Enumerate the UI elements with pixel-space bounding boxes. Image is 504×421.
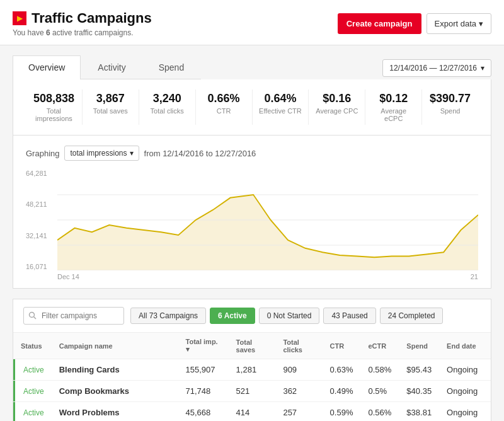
chart-inner — [57, 170, 478, 270]
filter-buttons: All 73 Campaigns6 Active0 Not Started43 … — [130, 308, 443, 324]
table-column-header: Campaign name — [52, 333, 178, 359]
clicks-cell: 257 — [275, 402, 322, 422]
graphing-metric-select[interactable]: total impressions ▾ — [64, 146, 139, 161]
stat-label: Total impressions — [31, 107, 77, 122]
search-icon — [28, 311, 37, 320]
table-row[interactable]: ActiveWord Problems45,6684142570.59%0.56… — [13, 402, 491, 422]
clicks-cell: 362 — [275, 381, 322, 402]
stat-value: $390.77 — [427, 92, 473, 105]
page-header: Traffic Campaigns You have 6 active traf… — [0, 0, 504, 45]
stat-item: 3,867Total saves — [83, 89, 139, 125]
tabs-date-row: Overview Activity Spend 12/14/2016 — 12/… — [13, 55, 491, 79]
spend-cell: $38.81 — [399, 402, 439, 422]
y-axis-labels: 64,28148,21132,14116,071 — [26, 170, 51, 270]
chart-svg — [57, 170, 478, 270]
graphing-date-range: from 12/14/2016 to 12/27/2016 — [144, 149, 256, 158]
chart-controls: Graphing total impressions ▾ from 12/14/… — [26, 146, 478, 161]
filter-campaigns-input[interactable] — [23, 307, 124, 325]
y-axis-label: 48,211 — [26, 200, 47, 208]
status-badge: Active — [23, 387, 44, 396]
clicks-cell: 909 — [275, 359, 322, 381]
saves-cell: 1,281 — [229, 359, 276, 381]
saves-cell: 414 — [229, 402, 276, 422]
date-range-picker[interactable]: 12/14/2016 — 12/27/2016 ▾ — [382, 59, 491, 77]
stat-label: Average eCPC — [370, 107, 416, 122]
filter-button[interactable]: 0 Not Started — [259, 308, 320, 324]
ectr-cell: 0.5% — [360, 381, 399, 402]
stat-item: $0.16Average CPC — [309, 89, 365, 125]
stat-value: 508,838 — [31, 92, 77, 105]
stat-item: 0.66%CTR — [196, 89, 253, 125]
ctr-cell: 0.59% — [323, 402, 361, 422]
stats-panel: 508,838Total impressions3,867Total saves… — [13, 79, 491, 136]
status-badge: Active — [23, 366, 44, 374]
tab-activity[interactable]: Activity — [82, 55, 141, 79]
create-campaign-button[interactable]: Create campaign — [338, 13, 421, 34]
y-axis-label: 16,071 — [26, 263, 47, 270]
x-axis-label: 21 — [471, 273, 478, 280]
graphing-label: Graphing — [26, 149, 59, 158]
table-column-header: Total saves — [229, 333, 276, 359]
tab-overview[interactable]: Overview — [13, 55, 81, 79]
stat-value: $0.16 — [314, 92, 360, 105]
stat-value: 3,867 — [88, 92, 134, 105]
filter-button[interactable]: 24 Completed — [380, 308, 444, 324]
table-column-header: End date — [439, 333, 491, 359]
ectr-cell: 0.58% — [360, 359, 399, 381]
pinterest-logo-icon — [13, 11, 26, 25]
stat-label: Effective CTR — [258, 107, 304, 115]
spend-cell: $40.35 — [399, 381, 439, 402]
table-column-header: Total clicks — [275, 333, 322, 359]
export-data-button[interactable]: Export data ▾ — [427, 13, 492, 34]
campaign-name: Comp Bookmarks — [59, 386, 129, 396]
table-column-header: Total imp. ▾ — [178, 333, 229, 359]
filter-button[interactable]: 6 Active — [210, 308, 255, 324]
date-range-text: 12/14/2016 — 12/27/2016 — [389, 64, 477, 72]
table-header: StatusCampaign nameTotal imp. ▾Total sav… — [13, 333, 491, 359]
stat-label: Average CPC — [314, 107, 360, 115]
header-title-row: Traffic Campaigns — [13, 10, 152, 26]
filter-button[interactable]: All 73 Campaigns — [130, 308, 206, 324]
status-cell: Active — [13, 381, 52, 402]
chevron-down-icon: ▾ — [130, 149, 134, 158]
status-cell: Active — [13, 402, 52, 422]
filter-button[interactable]: 43 Paused — [323, 308, 375, 324]
stat-item: 3,240Total clicks — [139, 89, 196, 125]
campaigns-table: StatusCampaign nameTotal imp. ▾Total sav… — [13, 333, 491, 421]
header-left: Traffic Campaigns You have 6 active traf… — [13, 10, 152, 37]
spend-cell: $95.43 — [399, 359, 439, 381]
stat-item: 508,838Total impressions — [26, 89, 83, 125]
stat-label: Spend — [427, 107, 473, 115]
stat-item: 0.64%Effective CTR — [253, 89, 309, 125]
chart-area — [57, 195, 478, 270]
end-date-cell: Ongoing — [439, 381, 491, 402]
chart-section: Graphing total impressions ▾ from 12/14/… — [13, 136, 491, 289]
page-title: Traffic Campaigns — [32, 10, 152, 26]
stat-value: 3,240 — [144, 92, 190, 105]
saves-cell: 521 — [229, 381, 276, 402]
table-row[interactable]: ActiveBlending Cards155,9071,2819090.63%… — [13, 359, 491, 381]
tab-spend[interactable]: Spend — [143, 55, 200, 79]
campaigns-section: All 73 Campaigns6 Active0 Not Started43 … — [13, 299, 491, 421]
impressions-cell: 71,748 — [178, 381, 229, 402]
x-axis-labels: Dec 1421 — [57, 273, 478, 280]
table-row[interactable]: ActiveComp Bookmarks71,7485213620.49%0.5… — [13, 381, 491, 402]
impressions-cell: 155,907 — [178, 359, 229, 381]
campaign-name: Blending Cards — [59, 365, 120, 374]
stat-value: 0.66% — [201, 92, 247, 105]
table-column-header: CTR — [323, 333, 361, 359]
ctr-cell: 0.49% — [323, 381, 361, 402]
stat-item: $390.77Spend — [422, 89, 478, 125]
chevron-down-icon: ▾ — [479, 19, 483, 28]
stat-label: CTR — [201, 107, 247, 115]
campaign-name-cell: Word Problems — [52, 402, 178, 422]
stat-value: 0.64% — [258, 92, 304, 105]
end-date-cell: Ongoing — [439, 359, 491, 381]
status-badge: Active — [23, 408, 44, 417]
campaigns-header: All 73 Campaigns6 Active0 Not Started43 … — [13, 299, 491, 333]
table-column-header: Spend — [399, 333, 439, 359]
stat-value: $0.12 — [370, 92, 416, 105]
header-actions: Create campaign Export data ▾ — [338, 13, 491, 34]
y-axis-label: 64,281 — [26, 170, 47, 177]
page-subtitle: You have 6 active traffic campaigns. — [13, 28, 133, 37]
